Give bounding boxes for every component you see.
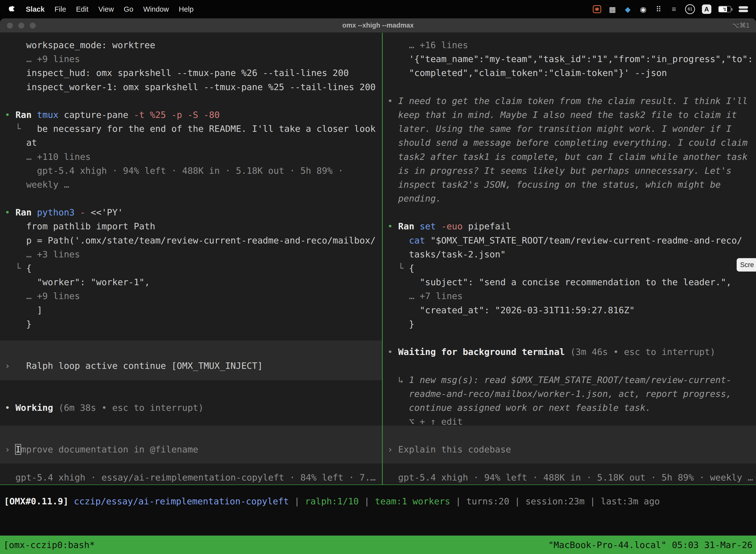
dots-grid-icon[interactable]: ⠿ bbox=[654, 4, 663, 14]
terminal-line: } bbox=[5, 317, 382, 331]
text-segment: inspect task2's JSON, focusing on the st… bbox=[387, 179, 721, 189]
text-segment: last:3m ago bbox=[601, 496, 660, 506]
menu-bar-left: Slack File Edit View Go Window Help bbox=[7, 4, 193, 14]
text-segment: I need to get the claim token from the c… bbox=[398, 96, 748, 106]
terminal-line: • Waiting for background terminal (3m 46… bbox=[387, 345, 756, 359]
text-segment: Ran bbox=[398, 221, 420, 231]
terminal-line: • Ran tmux capture-pane -t %25 -p -S -80 bbox=[5, 108, 382, 122]
menu-item-help[interactable]: Help bbox=[179, 5, 194, 13]
menu-item-app[interactable]: Slack bbox=[26, 5, 45, 13]
menu-bar-status-icons: ▦◆◉⠿≡61A↯ bbox=[593, 4, 749, 14]
terminal-line: … +16 lines bbox=[387, 38, 756, 52]
terminal-line: ] bbox=[5, 303, 382, 317]
tmux-pane-right[interactable]: … +16 lines '{"team_name":"my-team","tas… bbox=[383, 33, 756, 485]
menu-item-window[interactable]: Window bbox=[143, 5, 169, 13]
text-segment: gpt-5.4 xhigh · 94% left · 488K in · 5.1… bbox=[387, 472, 753, 483]
text-segment: - bbox=[80, 207, 90, 217]
terminal-line: weekly … bbox=[5, 178, 382, 191]
text-segment: team:1 workers bbox=[375, 496, 450, 506]
menu-item-view[interactable]: View bbox=[99, 5, 114, 13]
terminal-line: › Explain this codebase bbox=[387, 443, 756, 456]
close-button[interactable] bbox=[7, 22, 13, 29]
window-shortcut-hint: ⌥⌘1 bbox=[732, 21, 750, 29]
text-segment: inspect_hud: omx sparkshell --tmux-pane … bbox=[5, 68, 349, 78]
terminal-line: continue assigned work or next feasible … bbox=[387, 401, 756, 415]
terminal-line: cat "$OMX_TEAM_STATE_ROOT/team/review-cu… bbox=[387, 233, 756, 247]
tmux-host-clock: "MacBook-Pro-44.local" 05:03 31-Mar-26 bbox=[548, 540, 753, 550]
menu-bar: Slack File Edit View Go Window Help ▦◆◉⠿… bbox=[0, 0, 756, 18]
text-segment: Ran bbox=[15, 207, 37, 217]
text-segment: p = Path('.omx/state/team/review-current… bbox=[5, 235, 376, 245]
text-segment: • bbox=[5, 207, 15, 217]
text-segment: ↳ bbox=[387, 375, 409, 385]
terminal-line: readme-and-reco/mailbox/worker-1.json, a… bbox=[387, 387, 756, 401]
keyboard-input-icon[interactable]: A bbox=[702, 4, 711, 14]
terminal-line bbox=[387, 359, 756, 373]
terminal-line: later. Using the same for transition mig… bbox=[387, 122, 756, 136]
terminal-line: • Ran python3 - <<'PY' bbox=[5, 206, 382, 219]
traffic-lights bbox=[7, 22, 36, 29]
window-title: omx --xhigh --madmax bbox=[0, 21, 756, 29]
minimize-button[interactable] bbox=[18, 22, 24, 29]
text-segment: -t %25 -p -S -80 bbox=[134, 110, 220, 120]
tmux-pane-area: workspace_mode: worktree … +9 lines insp… bbox=[0, 33, 756, 485]
window-title-bar[interactable]: omx --xhigh --madmax ⌥⌘1 bbox=[0, 18, 756, 33]
text-segment: (6m 38s • esc to interrupt) bbox=[59, 403, 204, 413]
zoom-button[interactable] bbox=[30, 22, 36, 29]
terminal-line: p = Path('.omx/state/team/review-current… bbox=[5, 233, 382, 247]
terminal-line: ⌥ + ↑ edit bbox=[387, 415, 756, 429]
terminal-line bbox=[5, 331, 382, 345]
terminal-line: … +9 lines bbox=[5, 289, 382, 303]
terminal-line: • I need to get the claim token from the… bbox=[387, 94, 756, 108]
terminal-line bbox=[387, 206, 756, 219]
terminal-line: pending. bbox=[387, 191, 756, 206]
terminal-line: › Ralph loop active continue [OMX_TMUX_I… bbox=[5, 359, 382, 373]
terminal-line bbox=[387, 457, 756, 470]
text-segment: (3m 46s • esc to interrupt) bbox=[570, 347, 715, 357]
terminal-line bbox=[5, 191, 382, 206]
text-segment: cczip/essay/ai-reimplementation-copyleft bbox=[74, 496, 289, 506]
terminal-line: gpt-5.4 xhigh · 94% left · 488K in · 5.1… bbox=[5, 164, 382, 178]
text-segment: weekly … bbox=[5, 179, 69, 189]
apple-menu-icon[interactable] bbox=[7, 4, 16, 14]
text-segment: is in progress? It seems likely but perh… bbox=[387, 166, 732, 176]
text-segment: • bbox=[387, 347, 398, 357]
battery-percentage-badge[interactable]: 61 bbox=[685, 4, 695, 14]
text-segment: "worker": "worker-1", bbox=[5, 277, 150, 287]
battery-icon[interactable]: ↯ bbox=[718, 6, 731, 12]
text-segment: tasks/task-2.json" bbox=[387, 249, 506, 259]
pane-divider[interactable] bbox=[382, 33, 383, 485]
terminal-line: '{"team_name":"my-team","task_id":"1","f… bbox=[387, 52, 756, 66]
text-segment: Working bbox=[15, 403, 58, 413]
text-segment: › bbox=[387, 444, 398, 454]
text-segment: └ bbox=[5, 263, 26, 273]
control-center-icon[interactable] bbox=[738, 6, 749, 13]
apple-logo bbox=[8, 5, 15, 13]
text-segment: › bbox=[5, 361, 26, 371]
screen-mirroring-icon[interactable]: ▦ bbox=[608, 4, 617, 14]
tmux-session-window[interactable]: [omx-cczip0:bash* bbox=[3, 540, 95, 550]
menu-item-go[interactable]: Go bbox=[124, 5, 133, 13]
terminal-line bbox=[5, 387, 382, 401]
menu-item-file[interactable]: File bbox=[55, 5, 66, 13]
text-segment: Ralph loop active continue [OMX_TMUX_INJ… bbox=[26, 361, 263, 371]
menu-item-edit[interactable]: Edit bbox=[76, 5, 88, 13]
app-icon-round[interactable]: ◉ bbox=[639, 4, 647, 14]
app-icon-blue[interactable]: ◆ bbox=[624, 4, 632, 14]
terminal-line bbox=[387, 331, 756, 345]
terminal-line: gpt-5.4 xhigh · 94% left · 488K in · 5.1… bbox=[387, 470, 756, 485]
text-segment: should send a message before completing … bbox=[387, 137, 748, 148]
terminal-line bbox=[387, 429, 756, 443]
text-segment: pipefail bbox=[468, 221, 511, 231]
text-segment: | bbox=[289, 496, 305, 506]
stats-widget-icon[interactable]: ≡ bbox=[670, 4, 678, 14]
text-segment: … +9 lines bbox=[5, 54, 80, 64]
screen-share-overlay-text: Scre bbox=[740, 261, 754, 269]
terminal-line: is in progress? It seems likely but perh… bbox=[387, 164, 756, 178]
terminal-line: └ { bbox=[5, 261, 382, 275]
terminal-line: … +9 lines bbox=[5, 52, 382, 66]
screen-recording-icon[interactable] bbox=[593, 5, 601, 13]
tmux-pane-left[interactable]: workspace_mode: worktree … +9 lines insp… bbox=[0, 33, 382, 485]
text-segment: mprove documentation in @filename bbox=[21, 444, 198, 454]
text-segment: gpt-5.4 xhigh · essay/ai-reimplementatio… bbox=[5, 472, 376, 483]
